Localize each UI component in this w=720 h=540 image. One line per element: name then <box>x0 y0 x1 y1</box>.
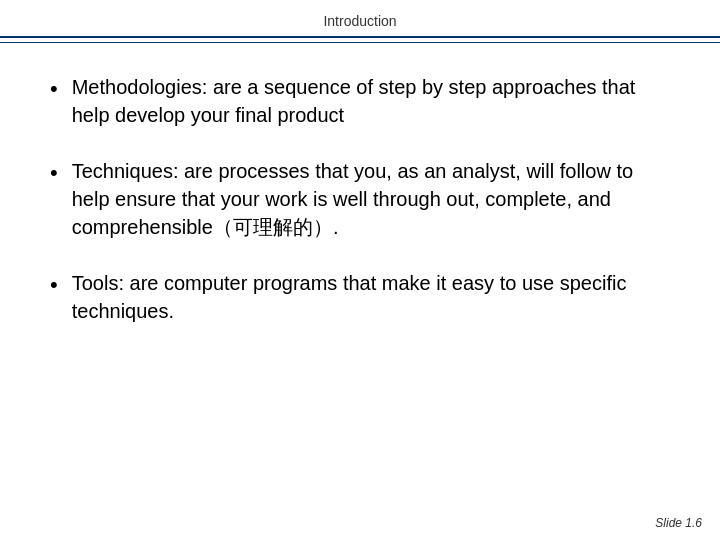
bullet-item-1: • Methodologies: are a sequence of step … <box>50 73 660 129</box>
slide-number: Slide 1.6 <box>655 516 702 530</box>
content-area: • Methodologies: are a sequence of step … <box>0 43 720 383</box>
bullet-list: • Methodologies: are a sequence of step … <box>50 73 660 325</box>
top-divider <box>0 36 720 38</box>
bullet-text-2: Techniques: are processes that you, as a… <box>72 157 660 241</box>
bullet-dot-2: • <box>50 158 58 189</box>
bullet-dot-3: • <box>50 270 58 301</box>
bullet-text-1: Methodologies: are a sequence of step by… <box>72 73 660 129</box>
bullet-item-2: • Techniques: are processes that you, as… <box>50 157 660 241</box>
title-area: Introduction <box>0 0 720 36</box>
bullet-text-3: Tools: are computer programs that make i… <box>72 269 660 325</box>
bullet-dot-1: • <box>50 74 58 105</box>
bullet-item-3: • Tools: are computer programs that make… <box>50 269 660 325</box>
slide-title: Introduction <box>323 13 396 29</box>
slide-container: Introduction • Methodologies: are a sequ… <box>0 0 720 540</box>
